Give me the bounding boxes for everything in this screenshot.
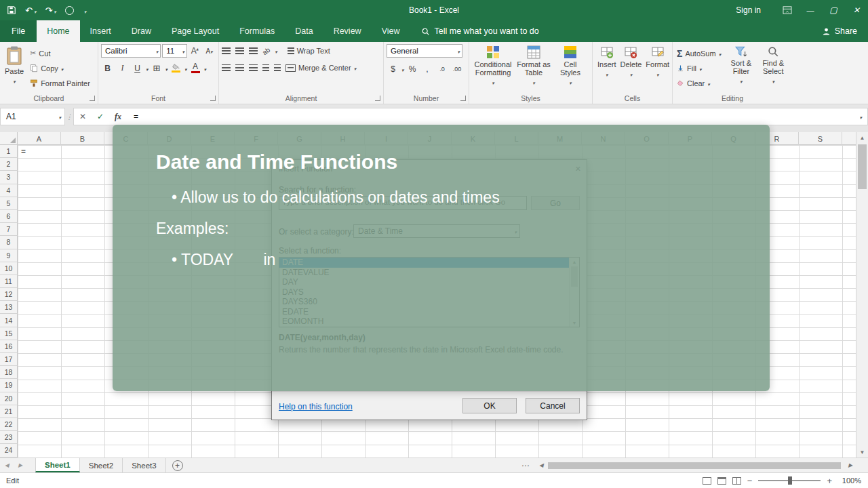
row-header[interactable]: 15 [0,327,18,340]
tab-file[interactable]: File [0,20,37,42]
cancel-button[interactable]: Cancel [526,398,580,413]
minimize-button[interactable] [799,0,822,20]
page-layout-view-button[interactable] [717,477,726,485]
formula-input[interactable]: = [127,112,138,121]
new-sheet-button[interactable]: + [172,460,183,471]
increase-decimal-button[interactable]: .0 [436,62,449,75]
number-format-combo[interactable]: General [387,44,462,58]
name-box[interactable]: A1 [0,108,65,125]
align-right-icon[interactable] [249,64,258,71]
sheet-nav-right-icon[interactable] [14,458,27,472]
column-header[interactable]: S [799,132,842,145]
cell-styles-button[interactable]: Cell Styles [553,44,587,93]
vertical-scroll-thumb[interactable] [858,144,867,189]
find-select-button[interactable]: Find & Select [757,44,789,93]
select-all-corner[interactable] [0,132,18,145]
scroll-right-icon[interactable] [845,462,856,468]
font-color-button[interactable]: A [189,62,202,75]
tab-home[interactable]: Home [37,20,79,42]
sheet-nav-left-icon[interactable] [0,458,14,472]
row-header[interactable]: 7 [0,223,18,236]
row-header[interactable]: 17 [0,353,18,366]
enter-entry-icon[interactable]: ✓ [92,112,109,121]
redo-caret-icon[interactable] [52,5,56,16]
ribbon-tab[interactable]: Page Layout [161,20,229,42]
row-header[interactable]: 9 [0,249,18,262]
alignment-dialog-launcher-icon[interactable] [375,96,380,101]
align-left-icon[interactable] [222,64,231,71]
increase-indent-icon[interactable] [274,64,281,71]
decrease-indent-icon[interactable] [262,64,269,71]
orientation-icon[interactable] [261,45,271,56]
insert-cells-button[interactable]: Insert [595,44,618,93]
save-icon[interactable] [7,5,16,15]
undo-caret-icon[interactable] [33,5,37,16]
ribbon-tab[interactable]: Formulas [229,20,285,42]
row-header[interactable]: 12 [0,288,18,301]
row-header[interactable]: 16 [0,340,18,353]
fill-color-button[interactable] [170,62,182,75]
page-break-view-button[interactable] [732,477,741,485]
bold-button[interactable]: B [101,62,114,75]
row-header[interactable]: 2 [0,158,18,171]
sheet-tab[interactable]: Sheet3 [123,458,165,472]
redo-button[interactable]: ↷ [45,5,56,16]
grow-font-button[interactable]: A [189,45,201,58]
font-size-combo[interactable]: 11 [162,44,187,58]
row-header[interactable]: 4 [0,184,18,197]
expand-formula-bar-icon[interactable] [859,112,867,121]
number-dialog-launcher-icon[interactable] [460,96,466,101]
row-header[interactable]: 24 [0,444,18,457]
cancel-entry-icon[interactable]: ✕ [74,112,92,121]
zoom-in-button[interactable] [827,476,832,486]
row-header[interactable]: 1 [0,145,18,158]
share-button[interactable]: Share [822,20,868,42]
close-button[interactable] [845,0,868,20]
clipboard-dialog-launcher-icon[interactable] [90,96,95,101]
row-header[interactable]: 22 [0,418,18,431]
zoom-slider-thumb[interactable] [788,476,792,485]
sheet-tab[interactable]: Sheet2 [80,458,123,472]
horizontal-scroll-thumb[interactable] [548,462,841,469]
row-header[interactable]: 6 [0,210,18,223]
ribbon-display-options-button[interactable] [776,0,799,20]
wrap-text-button[interactable]: Wrap Text [288,45,330,58]
sign-in-button[interactable]: Sign in [721,5,776,15]
align-bottom-icon[interactable] [249,47,258,54]
accounting-format-button[interactable]: $ [387,62,399,75]
maximize-button[interactable] [822,0,845,20]
sort-filter-button[interactable]: Sort & Filter [725,44,757,93]
column-header[interactable]: A [18,132,61,145]
row-header[interactable]: 21 [0,405,18,418]
ribbon-tab[interactable]: Data [285,20,323,42]
sheet-tab-active[interactable]: Sheet1 [35,458,80,472]
decrease-decimal-button[interactable]: .00 [451,62,464,75]
row-header[interactable]: 3 [0,171,18,184]
paste-button[interactable]: Paste [3,44,26,93]
row-header[interactable]: 5 [0,197,18,210]
zoom-level[interactable]: 100% [838,476,861,485]
insert-function-icon[interactable]: fx [109,112,127,122]
merge-center-button[interactable]: Merge & Center [285,62,356,75]
vertical-scrollbar[interactable] [856,132,868,458]
row-header[interactable]: 10 [0,262,18,275]
align-center-icon[interactable] [235,64,244,71]
format-as-table-button[interactable]: Format as Table [514,44,553,93]
row-header[interactable]: 18 [0,366,18,379]
italic-button[interactable]: I [116,62,129,75]
delete-cells-button[interactable]: Delete [618,44,644,93]
undo-button[interactable]: ↶ [25,5,36,16]
customize-qat-button[interactable] [83,5,87,16]
normal-view-button[interactable] [703,477,711,485]
ribbon-tab[interactable]: Review [323,20,372,42]
row-header[interactable]: 8 [0,236,18,249]
sheet-ellipsis-icon[interactable] [521,461,536,470]
format-painter-button[interactable]: Format Painter [30,77,90,89]
autosum-button[interactable]: ΣAutoSum [677,47,721,60]
align-top-icon[interactable] [222,47,231,54]
touch-mode-icon[interactable] [65,6,74,15]
scroll-left-icon[interactable] [536,462,547,468]
row-header[interactable]: 14 [0,314,18,327]
tell-me-box[interactable]: Tell me what you want to do [421,20,539,42]
ribbon-tab[interactable]: View [372,20,410,42]
